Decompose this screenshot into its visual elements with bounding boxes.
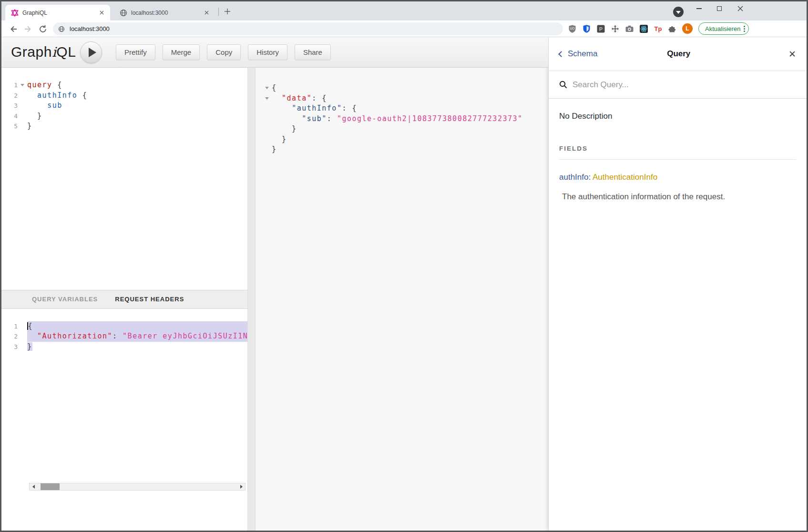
graphiql-topbar: GraphiQL Prettify Merge Copy History Sha…: [1, 37, 548, 68]
profile-avatar[interactable]: L: [682, 23, 693, 34]
graphiql-left-column: GraphiQL Prettify Merge Copy History Sha…: [1, 37, 548, 531]
react-devtools-icon[interactable]: [639, 24, 648, 33]
close-window-button[interactable]: [732, 1, 748, 16]
tab-graphiql[interactable]: GraphiQL: [5, 5, 110, 20]
line-number: 1: [1, 321, 18, 332]
maximize-button[interactable]: [711, 1, 727, 16]
tab-close-icon[interactable]: [203, 9, 210, 17]
graphiql-logo: GraphiQL: [11, 44, 76, 60]
share-button[interactable]: Share: [295, 44, 331, 60]
editor-line: }: [256, 134, 548, 145]
line-number: 3: [1, 342, 18, 352]
scrollbar-track[interactable]: [37, 483, 237, 490]
field-name-link[interactable]: authInfo: [559, 173, 588, 182]
fold-arrow-icon[interactable]: [265, 97, 269, 100]
aktualisieren-button[interactable]: Aktualisieren: [698, 22, 749, 35]
horizontal-scrollbar[interactable]: [29, 483, 245, 491]
back-button[interactable]: [8, 24, 18, 34]
bitwarden-icon[interactable]: [582, 24, 591, 33]
line-number: 5: [1, 121, 18, 132]
editor-line: 2 authInfo {: [1, 91, 247, 101]
tp-extension-icon[interactable]: Tp: [654, 24, 663, 33]
tab-close-icon[interactable]: [98, 9, 105, 17]
line-number: 2: [1, 91, 18, 101]
tab-request-headers[interactable]: REQUEST HEADERS: [115, 296, 184, 303]
tab-separator: [218, 8, 219, 16]
camera-icon[interactable]: [625, 24, 634, 33]
forward-arrow-icon: [24, 25, 32, 33]
ublock-origin-icon[interactable]: UO: [568, 24, 577, 33]
extensions-row: UO P Tp L: [568, 20, 693, 37]
move-tool-icon[interactable]: [611, 24, 620, 33]
line-number: [256, 144, 262, 155]
execute-query-button[interactable]: [80, 41, 102, 63]
chevron-down-icon: [676, 11, 681, 14]
tab-localhost[interactable]: localhost:3000: [114, 5, 215, 20]
svg-text:P: P: [599, 26, 603, 31]
scroll-right-icon: [240, 485, 243, 489]
forward-button[interactable]: [23, 24, 33, 34]
reload-button[interactable]: [38, 24, 48, 34]
address-bar[interactable]: localhost:3000: [53, 22, 563, 35]
query-editor[interactable]: 1query {2 authInfo {3 sub4 }5}: [1, 68, 247, 290]
play-icon: [89, 48, 96, 57]
editor-panes: 1query {2 authInfo {3 sub4 }5} QUERY VAR…: [1, 68, 548, 531]
editor-line: 5}: [1, 121, 247, 132]
new-tab-button[interactable]: [222, 6, 233, 17]
fold-arrow-icon[interactable]: [265, 87, 269, 89]
secondary-editor-tabs: QUERY VARIABLES REQUEST HEADERS: [1, 290, 247, 309]
request-headers-editor[interactable]: 1{2 "Authorization": "Bearer eyJhbGciOiJ…: [1, 309, 247, 531]
tab-query-variables[interactable]: QUERY VARIABLES: [32, 296, 98, 303]
editor-line: "data": {: [256, 93, 548, 104]
browser-tabstrip: GraphiQL localhost:3000: [1, 1, 807, 20]
minimize-icon: [696, 8, 702, 9]
history-button[interactable]: History: [248, 44, 287, 60]
p-extension-icon[interactable]: P: [596, 24, 605, 33]
line-number: 3: [1, 101, 18, 111]
svg-text:UO: UO: [570, 27, 575, 30]
aktualisieren-label: Aktualisieren: [705, 25, 740, 32]
back-arrow-icon: [9, 25, 18, 33]
tabstrip-chevron-button[interactable]: [673, 7, 684, 17]
doc-search-row: [549, 71, 807, 99]
line-number: [256, 103, 262, 114]
minimize-button[interactable]: [691, 1, 707, 16]
site-globe-icon: [58, 26, 65, 32]
editor-line: 1{: [1, 321, 247, 332]
kebab-menu-icon[interactable]: [744, 26, 745, 32]
tab-title: GraphiQL: [22, 10, 98, 16]
graphiql-favicon: [11, 9, 19, 17]
line-number: [256, 93, 262, 104]
doc-body: No Description FIELDS authInfo: Authenti…: [549, 99, 807, 215]
editor-line: }: [256, 144, 548, 155]
line-number: [256, 124, 262, 134]
browser-toolbar: localhost:3000 UO P Tp: [1, 20, 807, 37]
line-number: [256, 114, 262, 124]
tab-title: localhost:3000: [131, 10, 203, 16]
fields-section-title: FIELDS: [559, 145, 796, 160]
extensions-puzzle-icon[interactable]: [668, 24, 677, 33]
line-number: [256, 134, 262, 145]
scroll-left-icon: [32, 485, 35, 489]
editor-line: 4 }: [1, 111, 247, 122]
maximize-icon: [717, 6, 722, 11]
doc-close-button[interactable]: ✕: [788, 49, 796, 59]
doc-explorer-header: Schema Query ✕: [549, 37, 807, 71]
toolbar-buttons: Prettify Merge Copy History Share: [116, 44, 331, 60]
field-type-link[interactable]: AuthenticationInfo: [593, 173, 657, 182]
scroll-left-button[interactable]: [30, 483, 37, 490]
graphiql-app: GraphiQL Prettify Merge Copy History Sha…: [1, 37, 807, 531]
type-description: No Description: [559, 112, 796, 121]
copy-button[interactable]: Copy: [207, 44, 241, 60]
scrollbar-thumb[interactable]: [41, 483, 60, 490]
field-description: The authentication information of the re…: [559, 192, 796, 202]
prettify-button[interactable]: Prettify: [116, 44, 155, 60]
merge-button[interactable]: Merge: [163, 44, 200, 60]
result-viewer: { "data": { "authInfo": { "sub": "google…: [256, 68, 548, 531]
doc-title: Query: [569, 49, 788, 59]
scroll-right-button[interactable]: [237, 483, 245, 490]
doc-search-input[interactable]: [573, 80, 796, 90]
query-pane: 1query {2 authInfo {3 sub4 }5} QUERY VAR…: [1, 68, 247, 531]
fold-arrow-icon[interactable]: [20, 84, 24, 86]
pane-resize-handle[interactable]: [247, 68, 256, 531]
